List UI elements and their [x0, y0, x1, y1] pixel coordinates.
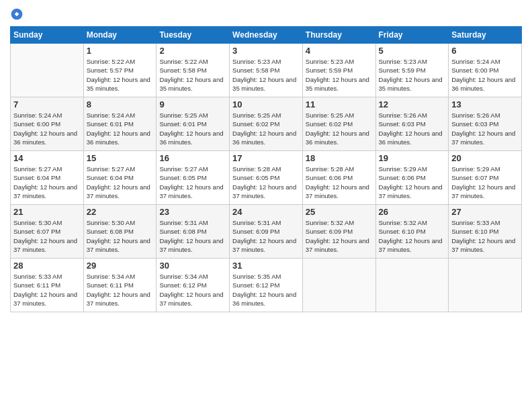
cell-info: Sunrise: 5:31 AM Sunset: 6:09 PM Dayligh…	[232, 218, 300, 254]
cell-info: Sunrise: 5:26 AM Sunset: 6:03 PM Dayligh…	[379, 111, 446, 146]
col-saturday: Saturday	[449, 27, 522, 44]
cell-info: Sunrise: 5:33 AM Sunset: 6:10 PM Dayligh…	[451, 218, 519, 254]
day-number: 29	[87, 261, 154, 271]
cell-info: Sunrise: 5:23 AM Sunset: 5:59 PM Dayligh…	[379, 57, 446, 93]
cell-info: Sunrise: 5:23 AM Sunset: 5:59 PM Dayligh…	[306, 57, 373, 93]
cell-info: Sunrise: 5:22 AM Sunset: 5:58 PM Dayligh…	[159, 57, 226, 93]
page-container: Sunday Monday Tuesday Wednesday Thursday…	[0, 0, 532, 319]
cell-info: Sunrise: 5:30 AM Sunset: 6:07 PM Dayligh…	[13, 218, 81, 254]
calendar-cell: 2Sunrise: 5:22 AM Sunset: 5:58 PM Daylig…	[157, 44, 230, 97]
cell-info: Sunrise: 5:32 AM Sunset: 6:10 PM Dayligh…	[379, 218, 446, 254]
logo	[10, 7, 26, 21]
calendar-cell: 14Sunrise: 5:27 AM Sunset: 6:04 PM Dayli…	[11, 151, 84, 205]
cell-info: Sunrise: 5:30 AM Sunset: 6:08 PM Dayligh…	[87, 218, 154, 254]
day-number: 23	[159, 207, 226, 217]
calendar-cell: 12Sunrise: 5:26 AM Sunset: 6:03 PM Dayli…	[375, 97, 449, 151]
day-number: 15	[87, 153, 154, 163]
cell-info: Sunrise: 5:27 AM Sunset: 6:05 PM Dayligh…	[159, 165, 226, 200]
day-number: 19	[379, 153, 446, 163]
cell-info: Sunrise: 5:24 AM Sunset: 6:01 PM Dayligh…	[87, 111, 154, 146]
day-number: 27	[451, 207, 519, 217]
day-number: 7	[13, 99, 81, 109]
day-number: 25	[306, 207, 373, 217]
calendar-cell: 26Sunrise: 5:32 AM Sunset: 6:10 PM Dayli…	[375, 205, 449, 259]
day-number: 22	[87, 207, 154, 217]
calendar-cell: 30Sunrise: 5:34 AM Sunset: 6:12 PM Dayli…	[157, 259, 230, 312]
cell-info: Sunrise: 5:28 AM Sunset: 6:05 PM Dayligh…	[232, 165, 300, 200]
calendar-cell: 28Sunrise: 5:33 AM Sunset: 6:11 PM Dayli…	[11, 259, 84, 312]
col-tuesday: Tuesday	[157, 27, 230, 44]
calendar-cell: 13Sunrise: 5:26 AM Sunset: 6:03 PM Dayli…	[449, 97, 522, 151]
day-number: 18	[306, 153, 373, 163]
calendar-cell: 31Sunrise: 5:35 AM Sunset: 6:12 PM Dayli…	[230, 259, 303, 312]
cell-info: Sunrise: 5:25 AM Sunset: 6:02 PM Dayligh…	[306, 111, 373, 146]
calendar-cell: 6Sunrise: 5:24 AM Sunset: 6:00 PM Daylig…	[449, 44, 522, 97]
col-thursday: Thursday	[302, 27, 375, 44]
calendar-cell	[302, 259, 375, 312]
col-monday: Monday	[83, 27, 157, 44]
col-sunday: Sunday	[11, 27, 84, 44]
calendar-cell	[375, 259, 449, 312]
calendar-cell: 9Sunrise: 5:25 AM Sunset: 6:01 PM Daylig…	[157, 97, 230, 151]
calendar-cell: 16Sunrise: 5:27 AM Sunset: 6:05 PM Dayli…	[157, 151, 230, 205]
calendar-cell: 20Sunrise: 5:29 AM Sunset: 6:07 PM Dayli…	[449, 151, 522, 205]
calendar-cell: 18Sunrise: 5:28 AM Sunset: 6:06 PM Dayli…	[302, 151, 375, 205]
col-wednesday: Wednesday	[230, 27, 303, 44]
calendar-cell	[11, 44, 84, 97]
calendar-cell: 1Sunrise: 5:22 AM Sunset: 5:57 PM Daylig…	[83, 44, 157, 97]
day-number: 4	[306, 46, 373, 56]
day-number: 5	[379, 46, 446, 56]
day-number: 24	[232, 207, 300, 217]
day-number: 2	[159, 46, 226, 56]
day-number: 12	[379, 99, 446, 109]
cell-info: Sunrise: 5:32 AM Sunset: 6:09 PM Dayligh…	[306, 218, 373, 254]
cell-info: Sunrise: 5:27 AM Sunset: 6:04 PM Dayligh…	[87, 165, 154, 200]
day-number: 3	[232, 46, 300, 56]
day-number: 17	[232, 153, 300, 163]
calendar-cell: 4Sunrise: 5:23 AM Sunset: 5:59 PM Daylig…	[302, 44, 375, 97]
calendar-body: 1Sunrise: 5:22 AM Sunset: 5:57 PM Daylig…	[11, 44, 522, 312]
calendar-cell	[449, 259, 522, 312]
calendar-cell: 5Sunrise: 5:23 AM Sunset: 5:59 PM Daylig…	[375, 44, 449, 97]
cell-info: Sunrise: 5:23 AM Sunset: 5:58 PM Dayligh…	[232, 57, 300, 93]
day-number: 14	[13, 153, 81, 163]
calendar-header: Sunday Monday Tuesday Wednesday Thursday…	[11, 27, 522, 44]
cell-info: Sunrise: 5:25 AM Sunset: 6:01 PM Dayligh…	[159, 111, 226, 146]
calendar-cell: 17Sunrise: 5:28 AM Sunset: 6:05 PM Dayli…	[230, 151, 303, 205]
day-number: 1	[87, 46, 154, 56]
day-number: 10	[232, 99, 300, 109]
calendar-cell: 22Sunrise: 5:30 AM Sunset: 6:08 PM Dayli…	[83, 205, 157, 259]
calendar-cell: 3Sunrise: 5:23 AM Sunset: 5:58 PM Daylig…	[230, 44, 303, 97]
cell-info: Sunrise: 5:34 AM Sunset: 6:11 PM Dayligh…	[87, 272, 154, 308]
day-number: 11	[306, 99, 373, 109]
calendar-cell: 10Sunrise: 5:25 AM Sunset: 6:02 PM Dayli…	[230, 97, 303, 151]
day-number: 21	[13, 207, 81, 217]
calendar-cell: 24Sunrise: 5:31 AM Sunset: 6:09 PM Dayli…	[230, 205, 303, 259]
cell-info: Sunrise: 5:25 AM Sunset: 6:02 PM Dayligh…	[232, 111, 300, 146]
cell-info: Sunrise: 5:24 AM Sunset: 6:00 PM Dayligh…	[13, 111, 81, 146]
day-number: 26	[379, 207, 446, 217]
cell-info: Sunrise: 5:27 AM Sunset: 6:04 PM Dayligh…	[13, 165, 81, 200]
calendar-week-5: 28Sunrise: 5:33 AM Sunset: 6:11 PM Dayli…	[11, 259, 522, 312]
calendar-cell: 8Sunrise: 5:24 AM Sunset: 6:01 PM Daylig…	[83, 97, 157, 151]
calendar-cell: 27Sunrise: 5:33 AM Sunset: 6:10 PM Dayli…	[449, 205, 522, 259]
cell-info: Sunrise: 5:29 AM Sunset: 6:06 PM Dayligh…	[379, 165, 446, 200]
calendar-cell: 11Sunrise: 5:25 AM Sunset: 6:02 PM Dayli…	[302, 97, 375, 151]
calendar-cell: 23Sunrise: 5:31 AM Sunset: 6:08 PM Dayli…	[157, 205, 230, 259]
calendar-cell: 15Sunrise: 5:27 AM Sunset: 6:04 PM Dayli…	[83, 151, 157, 205]
calendar-week-1: 1Sunrise: 5:22 AM Sunset: 5:57 PM Daylig…	[11, 44, 522, 97]
calendar-week-2: 7Sunrise: 5:24 AM Sunset: 6:00 PM Daylig…	[11, 97, 522, 151]
col-friday: Friday	[375, 27, 449, 44]
day-number: 6	[451, 46, 519, 56]
day-number: 13	[451, 99, 519, 109]
day-number: 28	[13, 261, 81, 271]
day-number: 20	[451, 153, 519, 163]
cell-info: Sunrise: 5:22 AM Sunset: 5:57 PM Dayligh…	[87, 57, 154, 93]
day-number: 30	[159, 261, 226, 271]
calendar-week-4: 21Sunrise: 5:30 AM Sunset: 6:07 PM Dayli…	[11, 205, 522, 259]
calendar-cell: 21Sunrise: 5:30 AM Sunset: 6:07 PM Dayli…	[11, 205, 84, 259]
calendar-cell: 19Sunrise: 5:29 AM Sunset: 6:06 PM Dayli…	[375, 151, 449, 205]
cell-info: Sunrise: 5:28 AM Sunset: 6:06 PM Dayligh…	[306, 165, 373, 200]
day-number: 8	[87, 99, 154, 109]
cell-info: Sunrise: 5:33 AM Sunset: 6:11 PM Dayligh…	[13, 272, 81, 308]
